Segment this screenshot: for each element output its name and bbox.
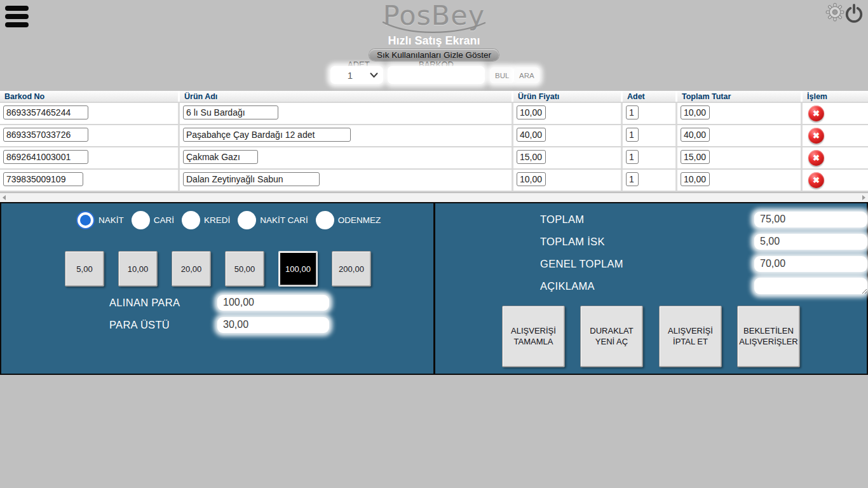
- quantity-input[interactable]: [626, 128, 639, 142]
- quantity-input[interactable]: [626, 105, 639, 119]
- para-ustu-row: PARA ÜSTÜ: [109, 316, 427, 333]
- aciklama-textarea[interactable]: [754, 278, 867, 294]
- barcode-input[interactable]: [3, 105, 88, 119]
- adet-select[interactable]: 1: [330, 66, 383, 84]
- bul-button[interactable]: BUL: [490, 67, 514, 83]
- logo-text: PosBey: [383, 0, 485, 31]
- denomination-button-10[interactable]: 10,00: [118, 251, 158, 287]
- delete-row-button[interactable]: ✖: [808, 105, 824, 121]
- denomination-button-100[interactable]: 100,00: [278, 251, 318, 287]
- total-input[interactable]: [681, 105, 710, 119]
- horizontal-scrollbar[interactable]: [0, 193, 868, 202]
- ara-button[interactable]: ARA: [514, 67, 539, 83]
- payment-radio-cari[interactable]: CARİ: [132, 211, 174, 229]
- price-input[interactable]: [517, 128, 546, 142]
- genel-toplam-label: GENEL TOPLAM: [540, 258, 623, 270]
- denomination-button-50[interactable]: 50,00: [225, 251, 264, 287]
- power-button[interactable]: [844, 4, 864, 24]
- radio-circle-selected: [76, 211, 95, 229]
- complete-sale-button[interactable]: ALIŞVERİŞİ TAMAMLA: [502, 306, 565, 367]
- toplam-label: TOPLAM: [540, 214, 584, 226]
- quantity-input[interactable]: [626, 172, 639, 186]
- radio-circle: [132, 211, 150, 229]
- genel-toplam-input[interactable]: [754, 256, 867, 272]
- denomination-button-200[interactable]: 200,00: [332, 251, 371, 287]
- cancel-sale-button[interactable]: ALIŞVERİŞİ İPTAL ET: [659, 306, 722, 367]
- total-input[interactable]: [681, 150, 710, 164]
- toplam-isk-input[interactable]: [754, 234, 867, 250]
- table-header-row: Barkod No Ürün Adı Ürün Fiyatı Adet Topl…: [0, 91, 868, 103]
- page-title: Hızlı Satış Ekranı: [0, 34, 868, 48]
- radio-circle: [182, 211, 200, 229]
- power-icon: [844, 4, 864, 23]
- alinan-para-row: ALINAN PARA: [109, 294, 427, 311]
- logo: PosBey: [0, 1, 868, 34]
- barcode-input[interactable]: [3, 128, 88, 142]
- price-input[interactable]: [517, 105, 546, 119]
- payment-radio-nakit-cari[interactable]: NAKİT CARİ: [238, 211, 308, 229]
- col-header-urun-adi: Ürün Adı: [180, 91, 513, 102]
- settings-button[interactable]: [825, 3, 845, 23]
- delete-row-button[interactable]: ✖: [808, 150, 824, 166]
- barcode-input[interactable]: [3, 150, 88, 164]
- scroll-left-arrow-icon[interactable]: [3, 195, 6, 200]
- product-input[interactable]: [183, 150, 258, 164]
- payment-panel: NAKİT CARİ KREDİ NAKİT CARİ ODENMEZ 5,00…: [0, 202, 435, 375]
- gear-icon: [825, 3, 844, 22]
- summary-panel: TOPLAM TOPLAM İSK GENEL TOPLAM AÇIKLAMA …: [434, 202, 868, 375]
- adet-select-value: 1: [330, 70, 370, 81]
- scroll-right-arrow-icon[interactable]: [862, 195, 865, 200]
- col-header-toplam-tutar: Toplam Tutar: [677, 91, 803, 102]
- pause-open-new-button[interactable]: DURAKLAT YENİ AÇ: [580, 306, 643, 367]
- toplam-input[interactable]: [754, 212, 867, 227]
- table-row: ✖: [0, 125, 868, 147]
- denomination-button-5[interactable]: 5,00: [65, 251, 104, 287]
- product-input[interactable]: [183, 105, 278, 119]
- quantity-input[interactable]: [626, 150, 639, 164]
- aciklama-row: AÇIKLAMA: [540, 278, 595, 294]
- table-row: ✖: [0, 170, 868, 192]
- product-input[interactable]: [183, 128, 351, 142]
- aciklama-label: AÇIKLAMA: [540, 280, 595, 292]
- barcode-input[interactable]: [3, 172, 83, 186]
- denomination-button-20[interactable]: 20,00: [172, 251, 211, 287]
- radio-circle: [316, 211, 334, 229]
- col-header-islem: İşlem: [803, 91, 868, 102]
- col-header-adet: Adet: [623, 91, 677, 102]
- price-input[interactable]: [517, 172, 546, 186]
- col-header-urun-fiyati: Ürün Fiyatı: [513, 91, 623, 102]
- para-ustu-label: PARA ÜSTÜ: [109, 319, 170, 331]
- payment-method-radios: NAKİT CARİ KREDİ NAKİT CARİ ODENMEZ: [76, 211, 381, 229]
- alinan-para-input[interactable]: [217, 295, 329, 311]
- denomination-buttons: 5,00 10,00 20,00 50,00 100,00 200,00: [65, 251, 371, 287]
- total-input[interactable]: [681, 128, 710, 142]
- toplam-row: TOPLAM: [540, 211, 584, 227]
- barkod-input[interactable]: [388, 66, 485, 84]
- chevron-down-icon: [370, 72, 378, 78]
- held-sales-button[interactable]: BEKLETİLEN ALIŞVERİŞLER: [737, 306, 800, 367]
- delete-row-button[interactable]: ✖: [808, 172, 824, 188]
- table-row: ✖: [0, 103, 868, 125]
- col-header-barkod-no: Barkod No: [0, 91, 180, 102]
- sale-items-table: Barkod No Ürün Adı Ürün Fiyatı Adet Topl…: [0, 91, 868, 192]
- toplam-isk-row: TOPLAM İSK: [540, 233, 605, 250]
- genel-toplam-row: GENEL TOPLAM: [540, 255, 623, 272]
- product-input[interactable]: [183, 172, 320, 186]
- toplam-isk-label: TOPLAM İSK: [540, 236, 605, 248]
- price-input[interactable]: [517, 150, 546, 164]
- payment-radio-odenmez[interactable]: ODENMEZ: [316, 211, 381, 229]
- payment-radio-kredi[interactable]: KREDİ: [182, 211, 230, 229]
- para-ustu-input[interactable]: [217, 317, 329, 333]
- total-input[interactable]: [681, 172, 710, 186]
- payment-radio-nakit[interactable]: NAKİT: [76, 211, 124, 229]
- alinan-para-label: ALINAN PARA: [109, 297, 180, 309]
- radio-circle: [238, 211, 256, 229]
- table-row: ✖: [0, 147, 868, 170]
- delete-row-button[interactable]: ✖: [808, 128, 824, 144]
